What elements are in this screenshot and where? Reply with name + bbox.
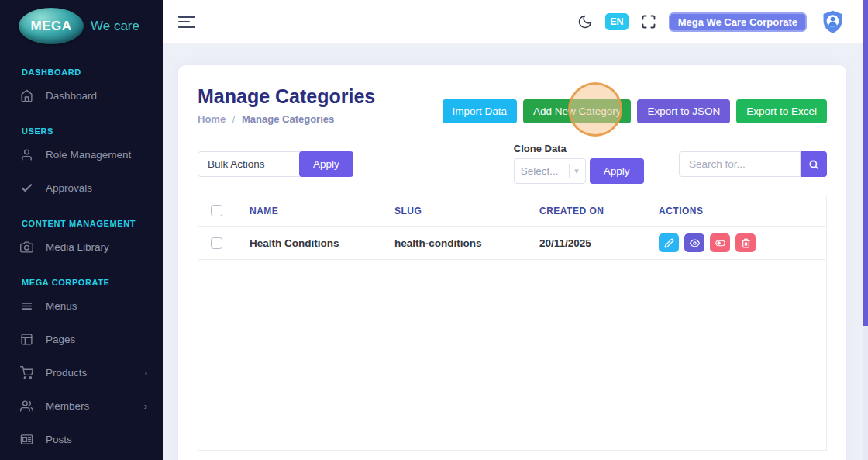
bulk-actions-select[interactable] xyxy=(198,151,301,177)
clone-data-label: Clone Data xyxy=(514,143,644,156)
sidebar-item-approvals[interactable]: Approvals xyxy=(0,172,163,203)
bulk-apply-button[interactable]: Apply xyxy=(299,151,353,177)
brand-logo[interactable]: MEGA We care xyxy=(0,0,163,52)
user-avatar[interactable] xyxy=(819,9,846,36)
pencil-icon xyxy=(664,238,674,248)
dark-mode-moon-icon[interactable] xyxy=(577,14,593,29)
breadcrumb-current: Manage Categories xyxy=(242,113,334,125)
view-button[interactable] xyxy=(684,233,704,252)
title-block: Manage Categories Home / Manage Categori… xyxy=(198,85,375,125)
logo-text: MEGA xyxy=(31,19,72,34)
main-content: Manage Categories Home / Manage Categori… xyxy=(163,43,868,460)
scrollbar-track xyxy=(863,0,868,460)
edit-button[interactable] xyxy=(659,233,679,252)
column-header-name: NAME xyxy=(243,195,388,227)
delete-button[interactable] xyxy=(735,233,756,252)
scrollbar-thumb[interactable] xyxy=(863,0,868,326)
import-data-button[interactable]: Import Data xyxy=(443,99,518,123)
toggle-icon xyxy=(715,238,725,248)
sidebar: MEGA We care DASHBOARD Dashboard USERS R… xyxy=(0,0,163,460)
language-badge[interactable]: EN xyxy=(605,13,628,30)
sidebar-item-dashboard[interactable]: Dashboard xyxy=(0,80,163,111)
newspaper-icon xyxy=(20,433,33,446)
table-header-row: NAME SLUG CREATED ON ACTIONS xyxy=(198,195,826,227)
sidebar-item-label: Products xyxy=(46,367,87,379)
sidebar-item-label: Dashboard xyxy=(46,90,97,102)
trash-icon xyxy=(741,238,751,248)
logo-tagline: We care xyxy=(91,19,140,34)
sidebar-item-products[interactable]: Products › xyxy=(0,357,163,388)
sidebar-item-label: Posts xyxy=(46,434,72,445)
clone-data-group: Clone Data Select... ▾ Apply xyxy=(514,143,644,184)
sidebar-item-pages[interactable]: Pages xyxy=(0,323,163,355)
manage-categories-card: Manage Categories Home / Manage Categori… xyxy=(178,65,846,460)
select-all-checkbox[interactable] xyxy=(211,205,222,216)
fullscreen-icon[interactable] xyxy=(641,14,656,29)
camera-icon xyxy=(20,240,33,254)
table-row: Health Conditions health-conditions 20/1… xyxy=(198,227,826,260)
row-checkbox[interactable] xyxy=(211,237,222,249)
bulk-actions-group: Apply xyxy=(198,143,353,177)
check-icon xyxy=(20,182,33,195)
clone-apply-button[interactable]: Apply xyxy=(590,158,644,184)
breadcrumb-home-link[interactable]: Home xyxy=(198,113,226,125)
section-label-content-management: CONTENT MANAGEMENT xyxy=(0,219,163,229)
select-placeholder: Select... xyxy=(521,165,567,177)
sidebar-item-label: Pages xyxy=(46,334,75,345)
page-actions: Import Data Add New Category Export to J… xyxy=(443,99,827,125)
section-label-users: USERS xyxy=(0,126,163,137)
chevron-right-icon: › xyxy=(144,367,147,379)
users-icon xyxy=(20,399,33,413)
page-title: Manage Categories xyxy=(198,85,375,108)
chevron-right-icon: › xyxy=(144,400,147,412)
export-to-json-button[interactable]: Export to JSON xyxy=(637,99,730,123)
sidebar-item-label: Approvals xyxy=(46,182,92,194)
section-label-mega-corporate: MEGA CORPORATE xyxy=(0,278,163,288)
sidebar-item-role-management[interactable]: Role Management xyxy=(0,139,163,170)
sidebar-item-posts[interactable]: Posts xyxy=(0,424,163,455)
add-new-category-button[interactable]: Add New Category xyxy=(523,99,631,123)
search-group xyxy=(679,143,827,177)
topbar: EN Mega We Care Corporate xyxy=(163,0,868,43)
workspace-button[interactable]: Mega We Care Corporate xyxy=(669,12,807,32)
breadcrumb: Home / Manage Categories xyxy=(198,113,375,125)
section-label-dashboard: DASHBOARD xyxy=(0,67,163,78)
search-icon xyxy=(808,159,819,170)
sidebar-item-label: Menus xyxy=(46,300,78,312)
column-header-created-on: CREATED ON xyxy=(533,195,653,227)
sidebar-item-media-library[interactable]: Media Library xyxy=(0,231,163,262)
mega-logo-icon: MEGA xyxy=(19,8,84,44)
cell-created-on: 20/11/2025 xyxy=(533,227,653,260)
search-input[interactable] xyxy=(679,151,801,177)
clone-data-select[interactable]: Select... ▾ xyxy=(514,158,586,184)
column-header-slug: SLUG xyxy=(388,195,533,227)
toggle-status-button[interactable] xyxy=(710,233,730,252)
row-actions xyxy=(659,233,820,252)
eye-icon xyxy=(690,238,700,248)
cell-name: Health Conditions xyxy=(243,227,388,260)
sidebar-item-label: Role Management xyxy=(46,149,131,161)
select-divider xyxy=(569,164,570,178)
sidebar-item-members[interactable]: Members › xyxy=(0,390,163,421)
user-icon xyxy=(20,148,33,161)
sidebar-item-menus[interactable]: Menus xyxy=(0,290,163,321)
home-icon xyxy=(20,89,33,102)
column-header-actions: ACTIONS xyxy=(653,195,826,227)
layout-icon xyxy=(20,333,33,346)
sidebar-item-label: Members xyxy=(46,400,89,412)
export-to-excel-button[interactable]: Export to Excel xyxy=(736,99,827,123)
filters-row: Apply Clone Data Select... ▾ Apply xyxy=(198,143,827,184)
sidebar-nav: DASHBOARD Dashboard USERS Role Managemen… xyxy=(0,52,163,455)
categories-table: NAME SLUG CREATED ON ACTIONS Health Cond… xyxy=(198,195,827,451)
hamburger-menu-icon[interactable] xyxy=(178,16,195,28)
menu-lines-icon xyxy=(20,299,33,313)
chevron-down-icon: ▾ xyxy=(574,166,579,176)
cell-slug: health-conditions xyxy=(388,227,533,260)
search-button[interactable] xyxy=(801,151,827,177)
sidebar-item-label: Media Library xyxy=(46,241,109,253)
breadcrumb-separator: / xyxy=(232,113,236,125)
cart-icon xyxy=(20,366,33,379)
